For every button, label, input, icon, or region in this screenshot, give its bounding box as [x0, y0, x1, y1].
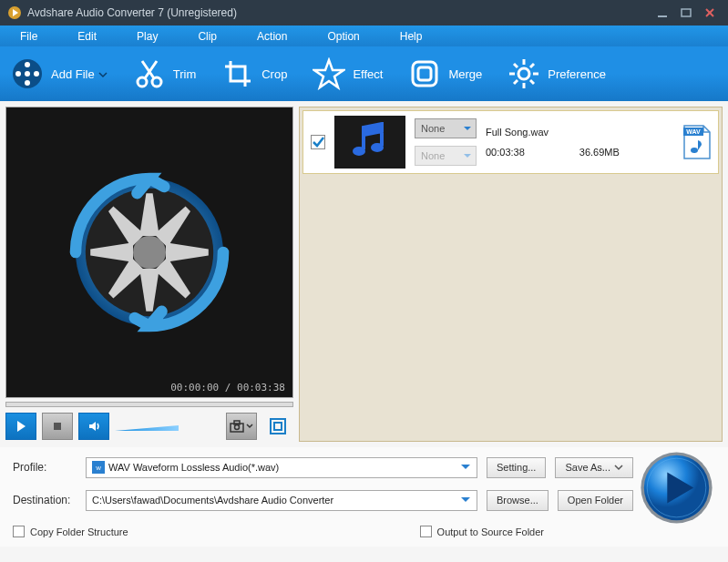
menu-option[interactable]: Option	[307, 30, 379, 43]
browse-button[interactable]: Browse...	[487, 490, 549, 511]
output-source-checkbox[interactable]	[420, 526, 432, 537]
file-size: 36.69MB	[579, 147, 620, 158]
destination-label: Destination:	[13, 494, 86, 506]
app-logo-icon	[7, 5, 22, 20]
toolbar: Add File Trim Crop Effect Merge Preferen…	[0, 46, 728, 101]
preview-progress[interactable]	[5, 402, 293, 407]
svg-point-12	[152, 77, 161, 87]
preview-timecode: 00:00:00 / 00:03:38	[170, 382, 285, 393]
svg-point-7	[25, 62, 30, 67]
minimize-button[interactable]	[651, 5, 673, 21]
stop-button[interactable]	[42, 413, 73, 440]
svg-point-9	[15, 71, 21, 77]
svg-line-21	[530, 80, 534, 84]
svg-point-35	[371, 143, 384, 152]
preview-controls	[5, 411, 293, 442]
menu-edit[interactable]: Edit	[57, 30, 117, 43]
add-file-label: Add File	[51, 67, 95, 81]
menu-help[interactable]: Help	[380, 30, 443, 43]
menu-action[interactable]: Action	[237, 30, 307, 43]
setting-button[interactable]: Setting...	[487, 457, 546, 478]
file-format-icon: WAV	[683, 125, 711, 159]
menu-clip[interactable]: Clip	[178, 30, 237, 43]
svg-text:WAV: WAV	[686, 128, 701, 135]
svg-point-8	[25, 80, 30, 86]
svg-point-15	[518, 68, 529, 79]
svg-point-34	[353, 147, 365, 156]
destination-value: C:\Users\fawad\Documents\Avdshare Audio …	[92, 495, 333, 506]
menu-play[interactable]: Play	[117, 30, 178, 43]
profile-combo[interactable]: W WAV Waveform Lossless Audio(*.wav)	[86, 457, 477, 478]
svg-rect-27	[54, 423, 61, 430]
menubar: File Edit Play Clip Action Option Help	[0, 26, 728, 46]
crop-icon	[221, 57, 254, 90]
trim-label: Trim	[173, 67, 197, 81]
effect-button[interactable]: Effect	[313, 57, 383, 90]
profile-value: WAV Waveform Lossless Audio(*.wav)	[108, 462, 279, 473]
maximize-button[interactable]	[675, 5, 697, 21]
chevron-down-icon	[460, 496, 471, 504]
file-meta: Full Song.wav 00:03:38 36.69MB	[486, 127, 674, 158]
profile-label: Profile:	[13, 461, 86, 474]
svg-rect-31	[271, 419, 285, 434]
merge-button[interactable]: Merge	[408, 57, 482, 90]
file-dropdowns: None None	[415, 118, 477, 166]
effect-label: Effect	[353, 67, 383, 81]
music-notes-icon	[347, 122, 393, 162]
svg-line-23	[514, 80, 518, 84]
trim-button[interactable]: Trim	[133, 57, 197, 90]
add-file-button[interactable]: Add File	[11, 57, 108, 90]
volume-button[interactable]	[78, 413, 109, 440]
wav-icon: W	[92, 461, 105, 474]
file-list: None None Full Song.wav 00:03:38 36.69MB…	[299, 107, 723, 442]
svg-text:W: W	[96, 465, 101, 471]
snapshot-button[interactable]	[226, 413, 257, 440]
star-icon	[313, 57, 345, 90]
preview-reel-icon	[67, 170, 231, 334]
preference-label: Preference	[548, 67, 606, 81]
play-button[interactable]	[5, 413, 36, 440]
close-button[interactable]	[699, 5, 721, 21]
svg-rect-32	[274, 423, 282, 430]
workarea: 00:00:00 / 00:03:38 None None Full Song.…	[0, 101, 728, 447]
file-dropdown-2: None	[415, 146, 477, 166]
crop-label: Crop	[261, 67, 287, 81]
merge-label: Merge	[448, 67, 482, 81]
svg-line-20	[514, 64, 518, 67]
copy-folder-checkbox[interactable]	[13, 526, 25, 537]
save-as-button[interactable]: Save As...	[555, 457, 633, 478]
volume-slider[interactable]	[115, 422, 179, 431]
merge-icon	[408, 57, 441, 90]
menu-file[interactable]: File	[0, 30, 57, 43]
scissors-icon	[133, 57, 166, 90]
file-dropdown-1[interactable]: None	[415, 118, 477, 138]
svg-rect-29	[234, 421, 240, 424]
window-title: Avdshare Audio Converter 7 (Unregistered…	[27, 6, 650, 19]
fullscreen-button[interactable]	[262, 413, 293, 440]
file-name: Full Song.wav	[486, 127, 674, 138]
open-folder-button[interactable]: Open Folder	[558, 490, 633, 511]
preview-pane: 00:00:00 / 00:03:38	[5, 107, 293, 442]
film-reel-icon	[11, 57, 44, 90]
svg-line-22	[530, 64, 534, 67]
chevron-down-icon	[460, 464, 471, 471]
svg-rect-13	[413, 62, 436, 86]
file-thumbnail	[334, 116, 405, 169]
preference-button[interactable]: Preference	[508, 57, 606, 90]
copy-folder-label: Copy Folder Structure	[30, 526, 128, 537]
file-duration: 00:03:38	[486, 147, 525, 158]
convert-button[interactable]	[638, 449, 715, 526]
svg-rect-14	[418, 67, 431, 80]
svg-point-11	[138, 77, 147, 87]
titlebar: Avdshare Audio Converter 7 (Unregistered…	[0, 0, 728, 26]
preview-video: 00:00:00 / 00:03:38	[5, 107, 293, 398]
file-checkbox[interactable]	[311, 135, 325, 149]
destination-combo[interactable]: C:\Users\fawad\Documents\Avdshare Audio …	[86, 490, 477, 511]
svg-point-30	[235, 425, 240, 430]
bottom-panel: Profile: W WAV Waveform Lossless Audio(*…	[0, 447, 728, 547]
output-source-label: Output to Source Folder	[437, 526, 544, 537]
crop-button[interactable]: Crop	[221, 57, 287, 90]
gear-icon	[508, 57, 540, 90]
svg-rect-2	[682, 9, 691, 16]
file-row[interactable]: None None Full Song.wav 00:03:38 36.69MB…	[302, 110, 719, 174]
